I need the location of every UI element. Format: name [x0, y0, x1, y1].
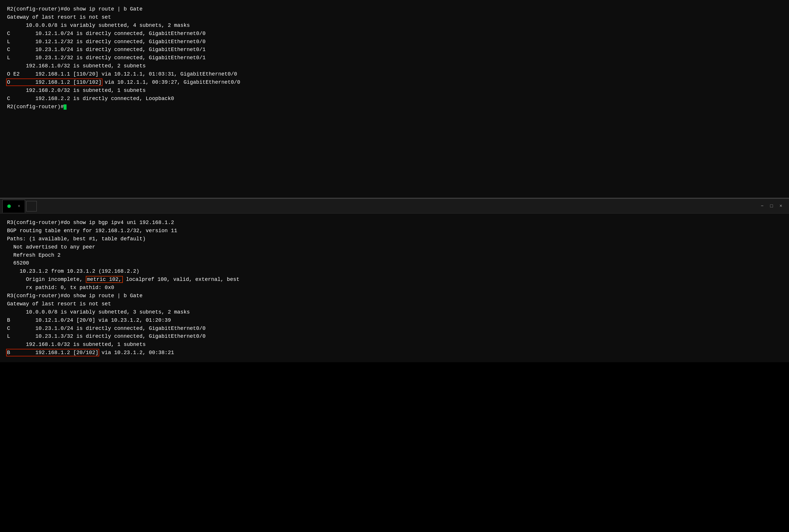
window-controls: − □ ×: [759, 203, 787, 210]
terminal-line: B 10.12.1.0/24 [20/0] via 10.23.1.2, 01:…: [7, 317, 782, 325]
terminal-line: Gateway of last resort is not set: [7, 300, 782, 308]
terminal-line: Refresh Epoch 2: [7, 251, 782, 260]
terminal-line: 192.168.2.0/32 is subnetted, 1 subnets: [7, 87, 782, 95]
close-button[interactable]: ×: [777, 203, 784, 210]
terminal-line: B 192.168.1.2 [20/102] via 10.23.1.2, 00…: [7, 349, 782, 357]
terminal-line: L 10.23.1.3/32 is directly connected, Gi…: [7, 332, 782, 341]
terminal-line: 10.0.0.0/8 is variably subnetted, 3 subn…: [7, 308, 782, 317]
terminal-line: O 192.168.1.2 [110/102] via 10.12.1.1, 0…: [7, 78, 782, 87]
terminal-line: 65200: [7, 259, 782, 267]
terminal-line: 10.23.1.2 from 10.23.1.2 (192.168.2.2): [7, 267, 782, 276]
terminal-line: C 10.23.1.0/24 is directly connected, Gi…: [7, 46, 782, 54]
tab-r3[interactable]: ×: [2, 200, 25, 213]
terminal-line: O E2 192.168.1.1 [110/20] via 10.12.1.1,…: [7, 70, 782, 78]
terminal-line: C 10.12.1.0/24 is directly connected, Gi…: [7, 30, 782, 38]
terminal-pane-top: R2(config-router)#do show ip route | b G…: [0, 0, 789, 198]
cursor: [63, 104, 67, 110]
terminal-line: Gateway of last resort is not set: [7, 14, 782, 22]
top-terminal-output: R2(config-router)#do show ip route | b G…: [7, 5, 782, 111]
terminal-line: 192.168.1.0/32 is subnetted, 2 subnets: [7, 62, 782, 70]
terminal-line: R2(config-router)#do show ip route | b G…: [7, 5, 782, 14]
terminal-line: BGP routing table entry for 192.168.1.2/…: [7, 227, 782, 235]
terminal-line: 10.0.0.0/8 is variably subnetted, 4 subn…: [7, 22, 782, 30]
terminal-line: R3(config-router)#do show ip route | b G…: [7, 292, 782, 300]
terminal-line: L 10.23.1.2/32 is directly connected, Gi…: [7, 54, 782, 62]
tab-status-dot: [7, 205, 11, 208]
highlighted-route: O 192.168.1.2 [110/102]: [7, 79, 101, 85]
tab-bar: × − □ ×: [0, 198, 789, 213]
maximize-button[interactable]: □: [768, 203, 775, 210]
terminal-line: rx pathid: 0, tx pathid: 0x0: [7, 284, 782, 292]
highlighted-route-b: B 192.168.1.2 [20/102]: [7, 350, 98, 356]
terminal-pane-bottom: R3(config-router)#do show ip bgp ipv4 un…: [0, 213, 789, 362]
terminal-line: 192.168.1.0/32 is subnetted, 1 subnets: [7, 341, 782, 349]
minimize-button[interactable]: −: [759, 203, 766, 210]
tab-add-button[interactable]: [26, 201, 37, 211]
terminal-line: Paths: (1 available, best #1, table defa…: [7, 235, 782, 243]
terminal-line: R3(config-router)#do show ip bgp ipv4 un…: [7, 219, 782, 227]
terminal-line: C 10.23.1.0/24 is directly connected, Gi…: [7, 325, 782, 333]
metric-highlight: metric 102,: [86, 276, 123, 283]
terminal-line: R2(config-router)#: [7, 103, 782, 111]
terminal-line: Not advertised to any peer: [7, 243, 782, 251]
terminal-line: Origin incomplete, metric 102, localpref…: [7, 276, 782, 284]
terminal-line: L 10.12.1.2/32 is directly connected, Gi…: [7, 38, 782, 46]
tab-close-icon[interactable]: ×: [18, 204, 20, 209]
terminal-line: C 192.168.2.2 is directly connected, Loo…: [7, 95, 782, 103]
bottom-terminal-output: R3(config-router)#do show ip bgp ipv4 un…: [7, 219, 782, 357]
